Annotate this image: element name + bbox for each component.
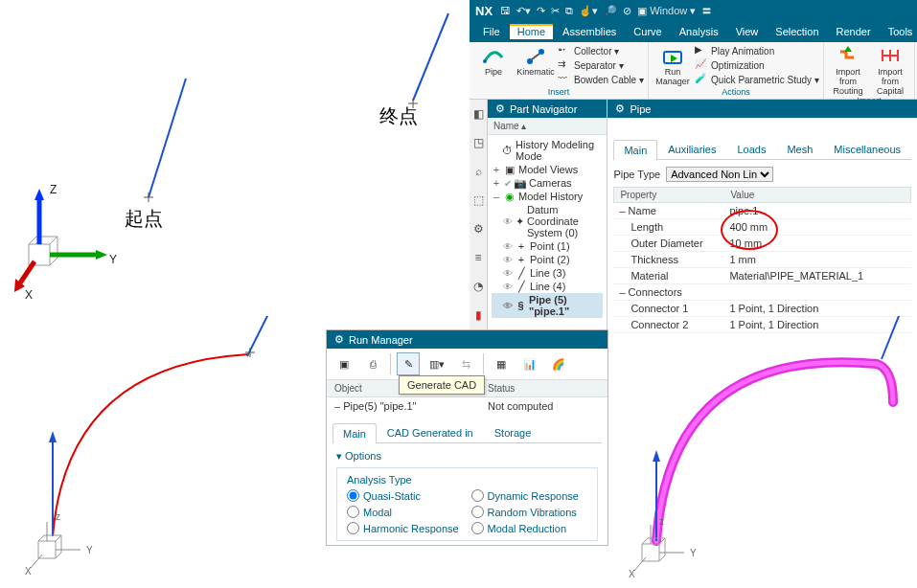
ribbon-separator[interactable]: ⇉Separator ▾	[558, 58, 644, 72]
rm-tab-cad[interactable]: CAD Generated in	[377, 422, 484, 442]
rm-tab-storage[interactable]: Storage	[484, 422, 542, 442]
redo-icon[interactable]: ↷	[537, 5, 545, 17]
search-icon[interactable]: 🔎	[604, 5, 617, 17]
radio-modal-reduction[interactable]: Modal Reduction	[471, 522, 588, 534]
gear-icon[interactable]: ⚙	[334, 333, 344, 346]
svg-line-27	[882, 316, 901, 359]
bowden-icon: 〰	[558, 73, 571, 86]
window-menu[interactable]: ▣ Window ▾	[637, 5, 696, 17]
pipe-type-select[interactable]: Advanced Non Lin	[666, 167, 773, 182]
tab-loads[interactable]: Loads	[726, 139, 776, 159]
rm-btn-8[interactable]: 🌈	[547, 352, 570, 375]
rm-btn-5[interactable]: ⇆	[454, 352, 477, 375]
gear-icon[interactable]: ⚙	[615, 102, 625, 115]
pipe-5[interactable]: 👁§Pipe (5) "pipe.1"	[492, 293, 603, 318]
svg-line-14	[532, 54, 539, 59]
nav-icon-1[interactable]: ◧	[470, 105, 487, 123]
model-history[interactable]: –◉Model History	[492, 190, 603, 203]
prop-name[interactable]: pipe.1	[723, 203, 911, 218]
ribbon-qps[interactable]: 🧪Quick Parametric Study ▾	[695, 73, 819, 86]
prop-length[interactable]: 400 mm	[723, 219, 911, 235]
rm-btn-4[interactable]: ▥▾	[425, 352, 448, 375]
rm-btn-6[interactable]: ▦	[490, 352, 513, 375]
history-modeling-mode[interactable]: ⏱History Modeling Mode	[492, 138, 603, 163]
tab-mesh[interactable]: Mesh	[776, 139, 823, 159]
prop-material[interactable]: Material\PIPE_MATERIAL_1	[723, 268, 911, 283]
options-heading[interactable]: ▾ Options	[336, 447, 598, 465]
prop-thickness[interactable]: 1 mm	[723, 252, 911, 267]
radio-harmonic-response[interactable]: Harmonic Response	[347, 522, 464, 534]
tab-auxiliaries[interactable]: Auxiliaries	[657, 139, 726, 159]
line-4[interactable]: 👁╱Line (4)	[492, 280, 603, 293]
rm-btn-7[interactable]: 📊	[518, 352, 541, 375]
col-name[interactable]: Name ▴	[493, 121, 526, 131]
nx-window: NX 🖫 ↶▾ ↷ ✂ ⧉ ☝▾ 🔎 ⊘ ▣ Window ▾ 〓 File H…	[470, 0, 917, 335]
cameras[interactable]: +✔📷Cameras	[492, 176, 603, 190]
menu-assemblies[interactable]: Assemblies	[555, 24, 624, 39]
point-1[interactable]: 👁+Point (1)	[492, 239, 603, 253]
tab-miscellaneous[interactable]: Miscellaneous	[823, 139, 911, 159]
point-2[interactable]: 👁+Point (2)	[492, 253, 603, 266]
svg-marker-5	[96, 250, 107, 260]
rm-btn-generate-cad[interactable]: ✎	[397, 352, 420, 375]
nav-strip: ◧ ◳ ⌕ ⬚ ⚙ ≡ ◔ ▮	[470, 100, 488, 335]
radio-quasi-static[interactable]: Quasi-Static	[347, 489, 464, 502]
model-views[interactable]: +▣Model Views	[492, 163, 603, 176]
import-capital-icon	[879, 44, 902, 67]
ribbon-run-manager[interactable]: Run Manager	[653, 44, 693, 86]
radio-modal[interactable]: Modal	[347, 506, 464, 518]
menu-analysis[interactable]: Analysis	[672, 24, 726, 39]
svg-line-6	[19, 261, 34, 284]
menu-view[interactable]: View	[728, 24, 767, 39]
ribbon-import-capital[interactable]: Import from Capital	[870, 44, 910, 96]
label-start: 起点	[125, 206, 163, 232]
nav-icon-6[interactable]: ≡	[470, 249, 487, 266]
radio-random-vibrations[interactable]: Random Vibrations	[471, 506, 588, 518]
sketch-top-left: Z Y X 起点 终点	[0, 0, 470, 316]
help-icon[interactable]: ⊘	[623, 5, 631, 17]
rm-tab-main[interactable]: Main	[332, 423, 377, 443]
menu-render[interactable]: Render	[829, 24, 879, 39]
ribbon-pipe[interactable]: Pipe	[473, 44, 514, 77]
nav-icon-7[interactable]: ◔	[470, 278, 487, 295]
undo-icon[interactable]: ↶▾	[516, 5, 531, 17]
save-icon[interactable]: 🖫	[500, 5, 511, 16]
ribbon-import-routing[interactable]: Import from Routing	[828, 44, 868, 96]
rm-btn-2[interactable]: ⎙	[361, 352, 384, 375]
radio-dynamic-response[interactable]: Dynamic Response	[471, 489, 588, 502]
svg-point-11	[483, 59, 487, 63]
copy-icon[interactable]: ⧉	[565, 5, 573, 17]
nav-icon-2[interactable]: ◳	[470, 134, 487, 151]
touch-icon[interactable]: ☝▾	[579, 5, 598, 17]
run-manager-header: ⚙Run Manager	[327, 330, 608, 349]
ribbon-kinematic[interactable]: Kinematic	[516, 44, 556, 77]
menu-file[interactable]: File	[475, 24, 508, 39]
nav-icon-3[interactable]: ⌕	[470, 163, 487, 180]
svg-marker-3	[34, 189, 44, 200]
nx-logo: NX	[475, 4, 493, 18]
overflow-icon[interactable]: 〓	[701, 4, 712, 18]
gear-icon[interactable]: ⚙	[495, 102, 505, 115]
ribbon-bowden[interactable]: 〰Bowden Cable ▾	[558, 73, 644, 86]
datum-csys[interactable]: 👁✦Datum Coordinate System (0)	[492, 203, 603, 239]
nav-icon-8[interactable]: ▮	[470, 306, 487, 324]
line-3[interactable]: 👁╱Line (3)	[492, 266, 603, 280]
prop-outer-diameter[interactable]: 10 mm	[723, 236, 911, 251]
menu-selection[interactable]: Selection	[768, 24, 826, 39]
nav-icon-4[interactable]: ⬚	[470, 192, 487, 209]
nav-icon-5[interactable]: ⚙	[470, 220, 487, 237]
collector-icon: ➵	[558, 44, 571, 57]
rm-btn-1[interactable]: ▣	[332, 352, 355, 375]
svg-line-18	[247, 316, 272, 356]
ribbon-collector[interactable]: ➵Collector ▾	[558, 44, 644, 57]
run-row[interactable]: – Pipe(5) "pipe.1"Not computed	[327, 397, 608, 415]
nx-titlebar: NX 🖫 ↶▾ ↷ ✂ ⧉ ☝▾ 🔎 ⊘ ▣ Window ▾ 〓	[470, 0, 917, 21]
ribbon-optimization[interactable]: 📈Optimization	[695, 58, 819, 72]
ribbon-play-animation[interactable]: ▶Play Animation	[695, 44, 819, 57]
cut-icon[interactable]: ✂	[551, 5, 560, 17]
prop-connector-1[interactable]: 1 Point, 1 Direction	[723, 301, 911, 316]
menu-home[interactable]: Home	[510, 24, 553, 39]
menu-curve[interactable]: Curve	[626, 24, 669, 39]
menu-tools[interactable]: Tools	[881, 24, 917, 39]
tab-main[interactable]: Main	[613, 140, 657, 160]
